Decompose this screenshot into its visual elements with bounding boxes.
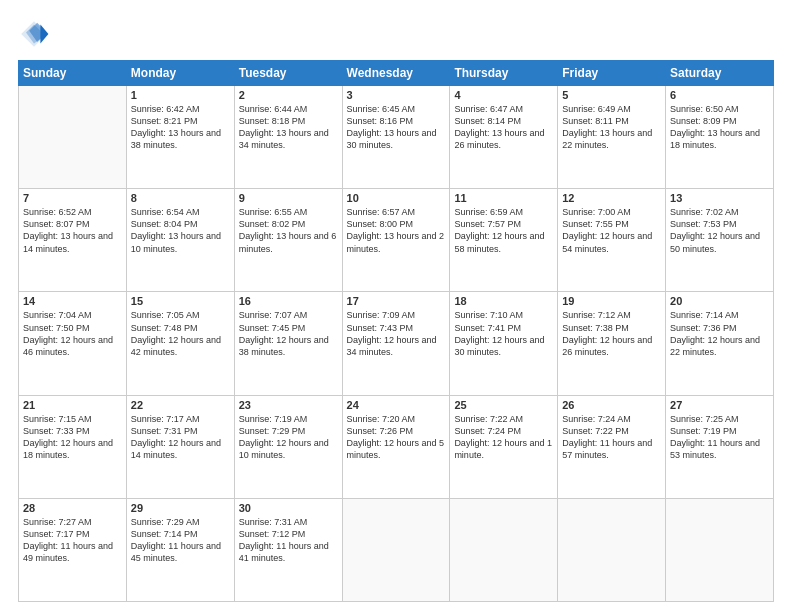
calendar-day-cell: 10Sunrise: 6:57 AM Sunset: 8:00 PM Dayli… <box>342 189 450 292</box>
calendar-day-cell: 3Sunrise: 6:45 AM Sunset: 8:16 PM Daylig… <box>342 86 450 189</box>
calendar-day-cell: 7Sunrise: 6:52 AM Sunset: 8:07 PM Daylig… <box>19 189 127 292</box>
day-number: 20 <box>670 295 769 307</box>
day-info: Sunrise: 7:17 AM Sunset: 7:31 PM Dayligh… <box>131 413 230 462</box>
calendar-day-cell: 30Sunrise: 7:31 AM Sunset: 7:12 PM Dayli… <box>234 498 342 601</box>
calendar-day-cell <box>666 498 774 601</box>
day-info: Sunrise: 7:04 AM Sunset: 7:50 PM Dayligh… <box>23 309 122 358</box>
svg-marker-3 <box>40 24 48 43</box>
calendar-day-cell: 5Sunrise: 6:49 AM Sunset: 8:11 PM Daylig… <box>558 86 666 189</box>
day-info: Sunrise: 6:49 AM Sunset: 8:11 PM Dayligh… <box>562 103 661 152</box>
day-info: Sunrise: 7:12 AM Sunset: 7:38 PM Dayligh… <box>562 309 661 358</box>
calendar-day-cell: 19Sunrise: 7:12 AM Sunset: 7:38 PM Dayli… <box>558 292 666 395</box>
calendar-day-cell: 12Sunrise: 7:00 AM Sunset: 7:55 PM Dayli… <box>558 189 666 292</box>
calendar-page: SundayMondayTuesdayWednesdayThursdayFrid… <box>0 0 792 612</box>
day-info: Sunrise: 6:45 AM Sunset: 8:16 PM Dayligh… <box>347 103 446 152</box>
day-info: Sunrise: 6:57 AM Sunset: 8:00 PM Dayligh… <box>347 206 446 255</box>
day-number: 19 <box>562 295 661 307</box>
calendar-day-cell: 26Sunrise: 7:24 AM Sunset: 7:22 PM Dayli… <box>558 395 666 498</box>
day-info: Sunrise: 7:07 AM Sunset: 7:45 PM Dayligh… <box>239 309 338 358</box>
day-number: 29 <box>131 502 230 514</box>
day-number: 24 <box>347 399 446 411</box>
day-number: 17 <box>347 295 446 307</box>
calendar-day-cell: 1Sunrise: 6:42 AM Sunset: 8:21 PM Daylig… <box>126 86 234 189</box>
day-number: 10 <box>347 192 446 204</box>
day-number: 21 <box>23 399 122 411</box>
day-number: 26 <box>562 399 661 411</box>
weekday-header-cell: Friday <box>558 61 666 86</box>
day-info: Sunrise: 7:15 AM Sunset: 7:33 PM Dayligh… <box>23 413 122 462</box>
calendar-week-row: 14Sunrise: 7:04 AM Sunset: 7:50 PM Dayli… <box>19 292 774 395</box>
day-info: Sunrise: 7:25 AM Sunset: 7:19 PM Dayligh… <box>670 413 769 462</box>
day-number: 30 <box>239 502 338 514</box>
calendar-day-cell: 20Sunrise: 7:14 AM Sunset: 7:36 PM Dayli… <box>666 292 774 395</box>
calendar-day-cell: 22Sunrise: 7:17 AM Sunset: 7:31 PM Dayli… <box>126 395 234 498</box>
calendar-day-cell: 15Sunrise: 7:05 AM Sunset: 7:48 PM Dayli… <box>126 292 234 395</box>
logo-icon <box>18 18 50 50</box>
calendar-day-cell: 11Sunrise: 6:59 AM Sunset: 7:57 PM Dayli… <box>450 189 558 292</box>
day-info: Sunrise: 6:54 AM Sunset: 8:04 PM Dayligh… <box>131 206 230 255</box>
calendar-day-cell: 21Sunrise: 7:15 AM Sunset: 7:33 PM Dayli… <box>19 395 127 498</box>
day-number: 3 <box>347 89 446 101</box>
day-number: 7 <box>23 192 122 204</box>
weekday-header-cell: Tuesday <box>234 61 342 86</box>
calendar-week-row: 7Sunrise: 6:52 AM Sunset: 8:07 PM Daylig… <box>19 189 774 292</box>
calendar-week-row: 28Sunrise: 7:27 AM Sunset: 7:17 PM Dayli… <box>19 498 774 601</box>
day-info: Sunrise: 7:19 AM Sunset: 7:29 PM Dayligh… <box>239 413 338 462</box>
day-number: 25 <box>454 399 553 411</box>
day-number: 16 <box>239 295 338 307</box>
day-info: Sunrise: 6:44 AM Sunset: 8:18 PM Dayligh… <box>239 103 338 152</box>
day-number: 9 <box>239 192 338 204</box>
day-number: 8 <box>131 192 230 204</box>
day-info: Sunrise: 7:05 AM Sunset: 7:48 PM Dayligh… <box>131 309 230 358</box>
day-number: 14 <box>23 295 122 307</box>
calendar-day-cell: 23Sunrise: 7:19 AM Sunset: 7:29 PM Dayli… <box>234 395 342 498</box>
calendar-day-cell: 25Sunrise: 7:22 AM Sunset: 7:24 PM Dayli… <box>450 395 558 498</box>
calendar-body: 1Sunrise: 6:42 AM Sunset: 8:21 PM Daylig… <box>19 86 774 602</box>
calendar-day-cell <box>342 498 450 601</box>
day-number: 13 <box>670 192 769 204</box>
day-info: Sunrise: 7:31 AM Sunset: 7:12 PM Dayligh… <box>239 516 338 565</box>
day-info: Sunrise: 7:24 AM Sunset: 7:22 PM Dayligh… <box>562 413 661 462</box>
calendar-day-cell: 17Sunrise: 7:09 AM Sunset: 7:43 PM Dayli… <box>342 292 450 395</box>
calendar-day-cell: 29Sunrise: 7:29 AM Sunset: 7:14 PM Dayli… <box>126 498 234 601</box>
day-number: 28 <box>23 502 122 514</box>
calendar-day-cell <box>558 498 666 601</box>
calendar-week-row: 21Sunrise: 7:15 AM Sunset: 7:33 PM Dayli… <box>19 395 774 498</box>
weekday-header-cell: Saturday <box>666 61 774 86</box>
weekday-header-cell: Wednesday <box>342 61 450 86</box>
day-number: 18 <box>454 295 553 307</box>
day-info: Sunrise: 7:27 AM Sunset: 7:17 PM Dayligh… <box>23 516 122 565</box>
calendar-day-cell: 4Sunrise: 6:47 AM Sunset: 8:14 PM Daylig… <box>450 86 558 189</box>
day-info: Sunrise: 6:55 AM Sunset: 8:02 PM Dayligh… <box>239 206 338 255</box>
day-info: Sunrise: 7:02 AM Sunset: 7:53 PM Dayligh… <box>670 206 769 255</box>
day-info: Sunrise: 6:47 AM Sunset: 8:14 PM Dayligh… <box>454 103 553 152</box>
calendar-day-cell: 2Sunrise: 6:44 AM Sunset: 8:18 PM Daylig… <box>234 86 342 189</box>
day-number: 12 <box>562 192 661 204</box>
day-info: Sunrise: 7:10 AM Sunset: 7:41 PM Dayligh… <box>454 309 553 358</box>
day-info: Sunrise: 7:09 AM Sunset: 7:43 PM Dayligh… <box>347 309 446 358</box>
header <box>18 18 774 50</box>
weekday-header-cell: Sunday <box>19 61 127 86</box>
calendar-day-cell <box>450 498 558 601</box>
day-info: Sunrise: 6:50 AM Sunset: 8:09 PM Dayligh… <box>670 103 769 152</box>
weekday-header-row: SundayMondayTuesdayWednesdayThursdayFrid… <box>19 61 774 86</box>
day-info: Sunrise: 7:29 AM Sunset: 7:14 PM Dayligh… <box>131 516 230 565</box>
day-number: 15 <box>131 295 230 307</box>
calendar-day-cell: 18Sunrise: 7:10 AM Sunset: 7:41 PM Dayli… <box>450 292 558 395</box>
day-info: Sunrise: 6:42 AM Sunset: 8:21 PM Dayligh… <box>131 103 230 152</box>
weekday-header-cell: Thursday <box>450 61 558 86</box>
calendar-day-cell: 28Sunrise: 7:27 AM Sunset: 7:17 PM Dayli… <box>19 498 127 601</box>
calendar-day-cell: 27Sunrise: 7:25 AM Sunset: 7:19 PM Dayli… <box>666 395 774 498</box>
calendar-day-cell <box>19 86 127 189</box>
day-number: 22 <box>131 399 230 411</box>
day-number: 4 <box>454 89 553 101</box>
calendar-day-cell: 13Sunrise: 7:02 AM Sunset: 7:53 PM Dayli… <box>666 189 774 292</box>
day-number: 23 <box>239 399 338 411</box>
calendar-day-cell: 16Sunrise: 7:07 AM Sunset: 7:45 PM Dayli… <box>234 292 342 395</box>
calendar-week-row: 1Sunrise: 6:42 AM Sunset: 8:21 PM Daylig… <box>19 86 774 189</box>
day-info: Sunrise: 7:22 AM Sunset: 7:24 PM Dayligh… <box>454 413 553 462</box>
day-number: 11 <box>454 192 553 204</box>
calendar-day-cell: 9Sunrise: 6:55 AM Sunset: 8:02 PM Daylig… <box>234 189 342 292</box>
day-number: 27 <box>670 399 769 411</box>
day-info: Sunrise: 7:20 AM Sunset: 7:26 PM Dayligh… <box>347 413 446 462</box>
